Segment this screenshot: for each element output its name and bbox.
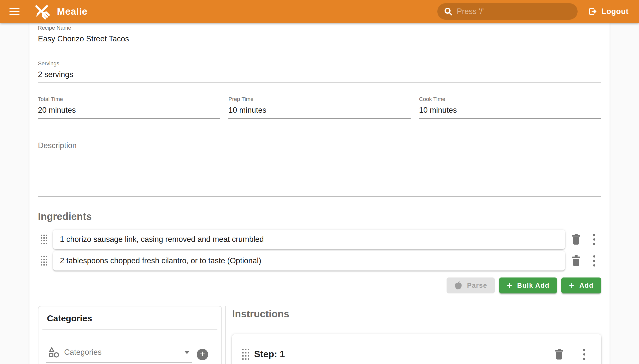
step-menu-button[interactable] xyxy=(577,347,591,361)
recipe-editor-card: Recipe Name Servings Total Time Prep Tim… xyxy=(30,23,609,364)
ingredient-row xyxy=(38,251,601,270)
servings-input[interactable] xyxy=(38,67,601,82)
hamburger-menu-button[interactable] xyxy=(10,4,24,18)
trash-icon xyxy=(571,255,581,266)
parse-label: Parse xyxy=(467,282,487,290)
drag-handle-icon xyxy=(41,256,47,266)
drag-handle[interactable] xyxy=(242,349,250,360)
trash-icon xyxy=(571,234,581,245)
delete-ingredient-button[interactable] xyxy=(569,232,583,246)
recipe-name-label: Recipe Name xyxy=(38,25,601,31)
cook-time-field: Cook Time xyxy=(419,96,601,119)
ingredient-menu-button[interactable] xyxy=(587,254,601,268)
bulk-add-button[interactable]: + Bulk Add xyxy=(499,278,557,294)
kebab-menu-icon xyxy=(593,255,595,266)
trash-icon xyxy=(554,349,564,360)
app-bar: Mealie Logout xyxy=(0,0,639,23)
divider xyxy=(43,329,218,330)
logout-button[interactable]: Logout xyxy=(588,7,628,16)
ingredient-input-card xyxy=(53,230,565,249)
recipe-name-field: Recipe Name xyxy=(38,25,601,47)
drag-handle-icon xyxy=(242,349,250,360)
search-input[interactable] xyxy=(457,7,572,16)
logout-label: Logout xyxy=(601,7,628,16)
instructions-section: Instructions xyxy=(232,306,601,364)
logout-icon xyxy=(588,7,597,16)
mealie-logo xyxy=(33,2,51,21)
step-title: Step: 1 xyxy=(254,349,285,360)
plus-icon: + xyxy=(507,281,513,290)
recipe-name-input[interactable] xyxy=(38,31,601,47)
description-field: Description xyxy=(38,141,601,197)
mealie-app: Mealie Logout Recipe Name Servings xyxy=(0,0,639,364)
add-label: Add xyxy=(579,282,593,290)
prep-time-field: Prep Time xyxy=(228,96,410,119)
categories-card: Categories Categories xyxy=(38,306,222,364)
hamburger-menu-icon xyxy=(10,8,20,9)
kebab-menu-icon xyxy=(583,349,585,360)
search-icon xyxy=(444,7,453,16)
total-time-input[interactable] xyxy=(38,102,220,118)
cook-time-label: Cook Time xyxy=(419,96,601,102)
add-ingredient-button[interactable]: + Add xyxy=(561,278,601,294)
categories-heading: Categories xyxy=(39,306,222,329)
app-title: Mealie xyxy=(57,6,87,17)
servings-field: Servings xyxy=(38,60,601,83)
drag-handle[interactable] xyxy=(41,234,48,244)
servings-label: Servings xyxy=(38,60,601,67)
parse-button[interactable]: Parse xyxy=(447,278,495,294)
description-label: Description xyxy=(38,141,601,150)
delete-ingredient-button[interactable] xyxy=(569,254,583,268)
prep-time-input[interactable] xyxy=(228,102,410,118)
lower-section: Categories Categories xyxy=(38,306,601,364)
total-time-label: Total Time xyxy=(38,96,220,102)
instructions-heading: Instructions xyxy=(232,308,601,320)
caret-down-icon xyxy=(184,351,190,354)
instruction-step-card: Step: 1 xyxy=(232,334,601,364)
times-row: Total Time Prep Time Cook Time xyxy=(38,96,601,119)
prep-time-label: Prep Time xyxy=(228,96,410,102)
ingredient-input[interactable] xyxy=(60,256,558,265)
ingredient-menu-button[interactable] xyxy=(587,232,601,246)
ingredient-row xyxy=(38,230,601,249)
step-header: Step: 1 xyxy=(242,346,591,362)
vertical-divider xyxy=(226,306,226,364)
plus-icon: + xyxy=(569,281,575,290)
kebab-menu-icon xyxy=(593,234,595,245)
search-bar[interactable] xyxy=(437,3,578,20)
ingredients-heading: Ingredients xyxy=(38,211,601,222)
drag-handle-icon xyxy=(41,234,47,244)
ingredient-actions: Parse + Bulk Add + Add xyxy=(38,278,601,294)
bulk-add-label: Bulk Add xyxy=(517,282,550,290)
drag-handle[interactable] xyxy=(41,256,48,266)
silverware-icon xyxy=(33,2,51,21)
ingredients-list xyxy=(38,230,601,270)
apple-icon xyxy=(454,281,463,290)
ingredient-input-card xyxy=(53,251,565,270)
plus-circle-icon: + xyxy=(200,350,205,358)
description-input[interactable] xyxy=(38,150,601,196)
cook-time-input[interactable] xyxy=(419,102,601,118)
add-category-button[interactable]: + xyxy=(197,349,208,360)
delete-step-button[interactable] xyxy=(552,347,566,361)
categories-select-row: Categories + xyxy=(39,346,222,362)
categories-select-label: Categories xyxy=(64,348,102,357)
ingredient-input[interactable] xyxy=(60,235,558,244)
categories-select[interactable]: Categories xyxy=(46,346,192,362)
total-time-field: Total Time xyxy=(38,96,220,119)
shapes-icon xyxy=(48,346,60,358)
